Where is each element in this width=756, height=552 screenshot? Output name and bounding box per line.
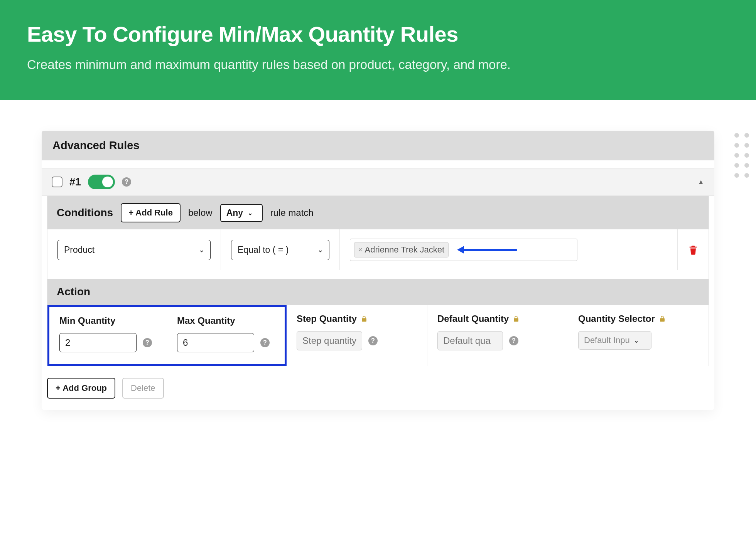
add-rule-button[interactable]: + Add Rule [121, 203, 181, 222]
lock-icon [659, 315, 666, 323]
annotation-arrow [457, 246, 517, 254]
rule-body: Conditions + Add Rule below Any ⌄ rule m… [47, 196, 709, 366]
hero-subtitle: Creates minimum and maximum quantity rul… [27, 57, 729, 72]
lock-icon [361, 315, 368, 323]
quantity-selector-select: Default Inpu ⌄ [578, 331, 651, 350]
conditions-below-label: below [188, 207, 213, 218]
action-header: Action [47, 279, 709, 305]
advanced-rules-panel: Advanced Rules #1 ? ▲ Conditions + Add R… [42, 131, 714, 410]
conditions-title: Conditions [57, 207, 113, 219]
default-quantity-input [437, 331, 503, 350]
condition-operator-select[interactable]: Equal to ( = ) ⌄ [231, 240, 329, 260]
default-quantity-cell: Default Quantity ? [427, 305, 568, 366]
quantity-selector-value: Default Inpu [584, 335, 630, 345]
rule-match-label: rule match [270, 207, 314, 218]
condition-row: Product ⌄ Equal to ( = ) ⌄ × Adrienne Tr… [47, 229, 709, 270]
panel-footer: + Add Group Delete [42, 366, 714, 410]
conditions-header: Conditions + Add Rule below Any ⌄ rule m… [47, 196, 709, 229]
condition-attribute-value: Product [64, 245, 94, 255]
chevron-down-icon: ⌄ [199, 246, 204, 254]
lock-icon [513, 315, 520, 323]
panel-header: Advanced Rules [42, 131, 714, 160]
quantity-selector-label: Quantity Selector [578, 313, 655, 324]
min-quantity-cell: Min Quantity ? [49, 307, 167, 364]
close-icon[interactable]: × [358, 246, 363, 254]
decorative-dots [734, 133, 749, 178]
rule-enable-toggle[interactable] [88, 175, 115, 189]
help-icon[interactable]: ? [143, 338, 152, 347]
value-tag-label: Adrienne Trek Jacket [365, 245, 445, 255]
minmax-highlight: Min Quantity ? Max Quantity ? [47, 305, 287, 366]
step-quantity-input [297, 331, 362, 350]
step-quantity-cell: Step Quantity ? [287, 305, 427, 366]
rule-select-checkbox[interactable] [52, 177, 62, 187]
match-mode-select[interactable]: Any ⌄ [220, 204, 263, 222]
max-quantity-label: Max Quantity [177, 315, 275, 326]
quantity-selector-cell: Quantity Selector Default Inpu ⌄ [568, 305, 709, 366]
collapse-icon[interactable]: ▲ [697, 178, 704, 186]
trash-icon[interactable] [688, 244, 699, 255]
hero-title: Easy To Configure Min/Max Quantity Rules [27, 22, 729, 47]
chevron-down-icon: ⌄ [634, 337, 639, 344]
max-quantity-input[interactable] [177, 333, 254, 352]
rule-number: #1 [69, 176, 81, 188]
add-group-button[interactable]: + Add Group [47, 378, 115, 399]
delete-button[interactable]: Delete [122, 378, 164, 399]
help-icon[interactable]: ? [260, 338, 270, 347]
help-icon[interactable]: ? [122, 177, 131, 187]
min-quantity-label: Min Quantity [59, 315, 157, 326]
default-quantity-label: Default Quantity [437, 313, 509, 324]
condition-attribute-select[interactable]: Product ⌄ [57, 240, 211, 260]
help-icon[interactable]: ? [368, 336, 378, 345]
condition-value-tagbox[interactable]: × Adrienne Trek Jacket [350, 239, 577, 261]
action-row: Min Quantity ? Max Quantity ? [47, 305, 709, 366]
min-quantity-input[interactable] [59, 333, 137, 352]
chevron-down-icon: ⌄ [248, 209, 253, 217]
match-mode-value: Any [226, 208, 243, 218]
chevron-down-icon: ⌄ [318, 246, 323, 254]
step-quantity-label: Step Quantity [297, 313, 357, 324]
max-quantity-cell: Max Quantity ? [167, 307, 285, 364]
help-icon[interactable]: ? [509, 336, 518, 345]
rule-header-bar: #1 ? ▲ [42, 168, 714, 196]
value-tag[interactable]: × Adrienne Trek Jacket [354, 242, 449, 257]
hero-banner: Easy To Configure Min/Max Quantity Rules… [0, 0, 756, 100]
condition-operator-value: Equal to ( = ) [238, 245, 289, 255]
